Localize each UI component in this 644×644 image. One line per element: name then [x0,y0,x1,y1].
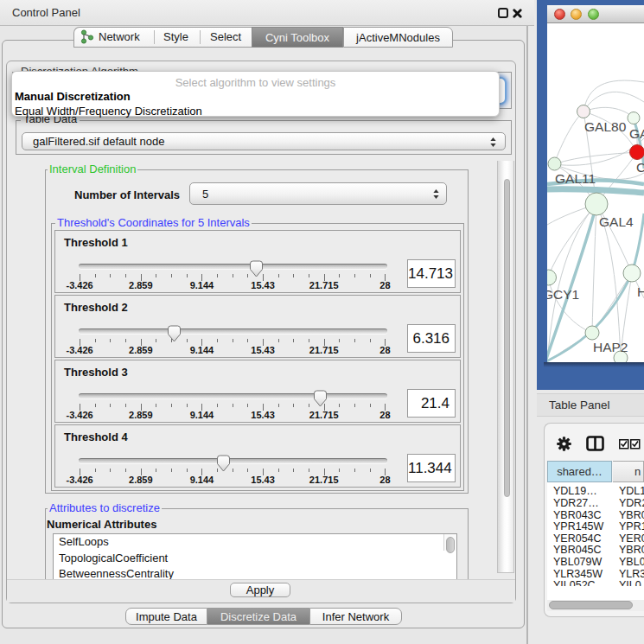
svg-text:GAL80: GAL80 [584,119,627,134]
svg-text:GAL4: GAL4 [599,214,634,229]
svg-text:GCY1: GCY1 [547,287,579,302]
svg-text:HAP2: HAP2 [593,340,628,354]
svg-text:GAL11: GAL11 [555,171,596,186]
svg-text:GA: GA [629,126,644,141]
svg-text:C: C [636,160,644,175]
svg-text:H: H [637,284,644,299]
